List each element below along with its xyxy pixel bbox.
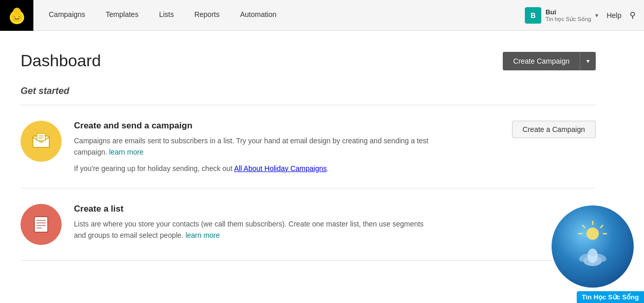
campaign-content: Create and send a campaign Campaigns are…: [74, 121, 502, 173]
campaign-extra: If you're gearing up for holiday sending…: [74, 164, 502, 173]
list-learn-more-link[interactable]: learn more: [185, 231, 220, 239]
search-icon[interactable]: ⚲: [630, 10, 636, 20]
user-name: Bui: [545, 8, 591, 16]
page-title: Dashboard: [21, 51, 101, 70]
list-desc-text: Lists are where you store your contacts …: [74, 220, 424, 239]
list-content: Create a list Lists are where you store …: [74, 204, 596, 241]
user-org: Tin học Sức Sống: [545, 16, 591, 23]
create-campaign-button[interactable]: Create Campaign: [503, 52, 580, 70]
campaign-section: Create and send a campaign Campaigns are…: [21, 105, 596, 188]
navbar: Campaigns Templates Lists Reports Automa…: [0, 0, 644, 31]
create-campaign-dropdown-button[interactable]: ▾: [580, 52, 596, 70]
page-header: Dashboard Create Campaign ▾: [21, 51, 596, 70]
nav-automation[interactable]: Automation: [230, 0, 287, 31]
campaign-action: Create a Campaign: [512, 121, 596, 138]
campaign-extra-text: If you're gearing up for holiday sending…: [74, 164, 233, 173]
logo[interactable]: [0, 0, 33, 31]
svg-rect-12: [34, 217, 48, 232]
campaign-desc: Campaigns are emails sent to subscribers…: [74, 135, 433, 158]
list-desc: Lists are where you store your contacts …: [74, 218, 433, 241]
main-content: Dashboard Create Campaign ▾ Get started …: [0, 31, 616, 281]
nav-lists[interactable]: Lists: [149, 0, 184, 31]
campaign-learn-more-link[interactable]: learn more: [109, 148, 143, 156]
campaign-title: Create and send a campaign: [74, 121, 502, 131]
list-title: Create a list: [74, 204, 596, 214]
svg-point-6: [13, 8, 21, 15]
nav-reports[interactable]: Reports: [184, 0, 230, 31]
user-menu[interactable]: B Bui Tin học Sức Sống ▾: [525, 7, 598, 24]
create-campaign-group: Create Campaign ▾: [503, 52, 596, 70]
list-section: Create a list Lists are where you store …: [21, 188, 596, 261]
avatar: B: [525, 7, 541, 24]
nav-links: Campaigns Templates Lists Reports Automa…: [33, 0, 525, 31]
get-started-heading: Get started: [21, 86, 596, 97]
chevron-down-icon: ▾: [595, 12, 598, 19]
nav-templates[interactable]: Templates: [96, 0, 149, 31]
list-icon: [21, 204, 62, 245]
nav-campaigns[interactable]: Campaigns: [39, 0, 96, 31]
dropdown-arrow-icon: ▾: [586, 58, 590, 65]
campaign-icon: [21, 121, 62, 162]
help-link[interactable]: Help: [607, 11, 621, 20]
nav-right: B Bui Tin học Sức Sống ▾ Help ⚲: [525, 7, 644, 24]
user-info: Bui Tin học Sức Sống: [545, 8, 591, 23]
holiday-campaigns-link[interactable]: All About Holiday Campaigns: [234, 164, 327, 173]
create-campaign-card-button[interactable]: Create a Campaign: [512, 121, 596, 138]
